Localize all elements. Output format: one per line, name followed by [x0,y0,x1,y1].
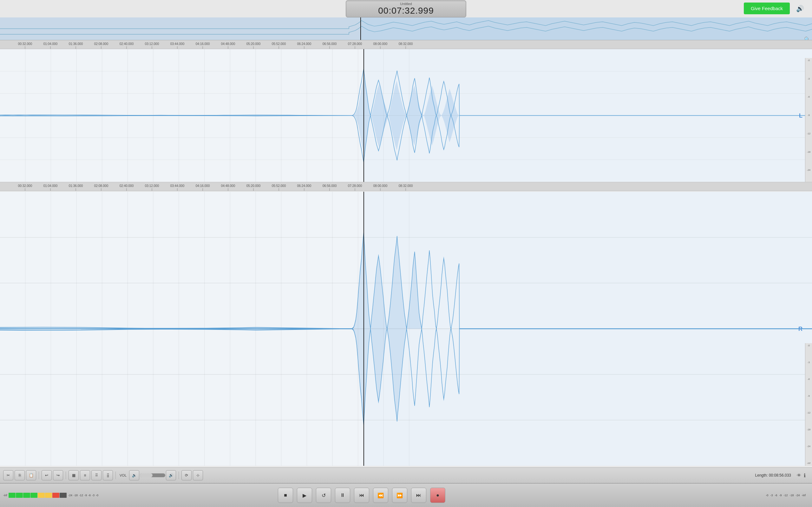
channel-R-label: R [798,326,803,332]
svg-text:05:52.000: 05:52.000 [272,184,286,187]
transport-controls: ■ ▶ ↺ ⏸ ⏮ ⏪ ⏩ ⏭ ● [101,488,622,503]
svg-text:07:28.000: 07:28.000 [348,42,362,46]
zoom-in-button[interactable]: ▦ [68,470,79,481]
undo-button[interactable]: ↩ [42,470,52,481]
svg-text:01:36.000: 01:36.000 [69,184,83,187]
record-button[interactable]: ● [430,488,445,503]
svg-text:03:12.000: 03:12.000 [145,184,159,187]
svg-text:06:56.000: 06:56.000 [322,42,337,46]
bottom-vu-bars [9,493,67,498]
svg-text:00:32.000: 00:32.000 [18,42,32,46]
svg-rect-111 [364,192,812,466]
waveform-right-svg [0,192,812,466]
vu-seg-4 [31,493,38,498]
give-feedback-button[interactable]: Give Feedback [744,3,790,14]
volume-icon: 🔊 [796,5,804,12]
svg-text:04:16.000: 04:16.000 [196,184,210,187]
vu-meter-left: -0 -3 -6 -9 -12 -18 -24 -inf [805,58,812,182]
loop-button[interactable]: ⟳ [182,470,192,481]
info-icon[interactable]: ℹ [804,472,806,478]
svg-text:03:12.000: 03:12.000 [145,42,159,46]
forward-to-end-button[interactable]: ⏭ [411,488,426,503]
timeline-ruler-bottom: 00:32.000 01:04.000 01:36.000 02:08.000 … [0,182,812,191]
svg-text:05:20.000: 05:20.000 [247,42,261,46]
svg-rect-1 [361,17,812,40]
svg-text:03:44.000: 03:44.000 [170,42,185,46]
vu-label-3: -3 [92,494,95,497]
bottom-vu-right: -0 -3 -6 -9 -12 -18 -24 -inf [622,494,812,497]
transport-bar: -inf -24 -18 -12 -9 -6 -3 -0 ■ ▶ ↺ ⏸ [0,483,812,507]
play-button[interactable]: ▶ [297,488,312,503]
bottom-vu-left: -inf -24 -18 -12 -9 -6 -3 -0 [0,493,101,498]
stop-button[interactable]: ■ [278,488,293,503]
volume-slider[interactable] [140,473,165,477]
length-display: Length: 00:08:56.033 [755,473,791,477]
vu-label-inf: -inf [3,494,7,497]
svg-text:08:32.000: 08:32.000 [399,184,413,187]
copy-button[interactable]: ⎘ [14,470,25,481]
toolbar-sep-1 [39,471,39,479]
volume-control: 🔉 🔊 [129,470,176,481]
vu-seg-7 [52,493,59,498]
svg-text:02:08.000: 02:08.000 [94,184,108,187]
svg-text:06:56.000: 06:56.000 [322,184,337,187]
visibility-icon[interactable]: 👁 [797,473,801,478]
toolbar: ✂ ⎘ 📋 ↩ ↪ ▦ ≡ ⠿ ⣿ VOL 🔉 🔊 ⟳ ⊹ Length: 00… [0,467,812,483]
vu-label-0: -0 [96,494,98,497]
envelope-button[interactable]: ⣿ [103,470,113,481]
vu-right-9: -9 [779,494,781,497]
svg-text:02:08.000: 02:08.000 [94,42,108,46]
channel-left[interactable]: -0 -3 -6 -9 -12 -18 -24 -inf L [0,49,812,182]
fast-forward-button[interactable]: ⏩ [392,488,407,503]
channel-right[interactable]: -0 -3 -6 -9 -12 -18 -24 -inf R [0,192,812,466]
vu-right-24: -24 [796,494,800,497]
svg-text:05:20.000: 05:20.000 [247,184,261,187]
cut-button[interactable]: ✂ [3,470,13,481]
svg-text:02:40.000: 02:40.000 [119,184,134,187]
vu-seg-2 [16,493,23,498]
vol-label: VOL [118,473,128,477]
length-area: Length: 00:08:56.033 👁 ℹ [204,472,809,478]
vu-seg-1 [9,493,15,498]
toolbar-sep-4 [179,471,179,479]
editor-area: 00:32.000 01:04.000 01:36.000 02:08.000 … [0,40,812,466]
ruler-top-svg: 00:32.000 01:04.000 01:36.000 02:08.000 … [0,40,812,49]
svg-text:01:04.000: 01:04.000 [44,184,58,187]
overview-waveform [0,17,812,40]
cursor-mode-button[interactable]: ⊹ [193,470,203,481]
svg-text:04:48.000: 04:48.000 [221,42,235,46]
overview-strip[interactable]: 🔍 [0,17,812,40]
pause-button[interactable]: ⏸ [335,488,350,503]
vu-right-18: -18 [790,494,794,497]
vu-meter-right: -0 -3 -6 -9 -12 -18 -24 -inf [805,343,812,466]
draw-tool-button[interactable]: ⠿ [91,470,101,481]
loop-playback-button[interactable]: ↺ [316,488,331,503]
vu-right-inf: -inf [802,494,806,497]
channel-L-label: L [799,112,803,119]
volume-increase-button[interactable]: 🔊 [166,470,176,481]
svg-text:06:24.000: 06:24.000 [297,42,311,46]
vu-label-24: -24 [68,494,72,497]
vu-seg-5 [38,493,45,498]
redo-button[interactable]: ↪ [53,470,63,481]
svg-text:08:00.000: 08:00.000 [373,184,388,187]
paste-button[interactable]: 📋 [26,470,36,481]
vu-right-12: -12 [783,494,788,497]
vu-seg-3 [23,493,30,498]
svg-text:05:52.000: 05:52.000 [272,42,286,46]
zoom-icon[interactable]: 🔍 [804,37,810,40]
vu-right-0: -0 [766,494,768,497]
vu-label-12: -12 [79,494,83,497]
top-bar: Untitled 00:07:32.999 Give Feedback 🔊 [0,0,812,17]
vu-label-18: -18 [73,494,78,497]
rewind-to-start-button[interactable]: ⏮ [354,488,369,503]
svg-text:04:48.000: 04:48.000 [221,184,235,187]
vu-right-6: -6 [774,494,777,497]
svg-text:08:00.000: 08:00.000 [373,42,388,46]
waveform-left-svg [0,49,812,182]
project-title: Untitled [359,2,453,6]
rewind-button[interactable]: ⏪ [373,488,388,503]
volume-decrease-button[interactable]: 🔉 [129,470,139,481]
zoom-out-button[interactable]: ≡ [80,470,90,481]
title-display: Untitled 00:07:32.999 [346,0,466,17]
